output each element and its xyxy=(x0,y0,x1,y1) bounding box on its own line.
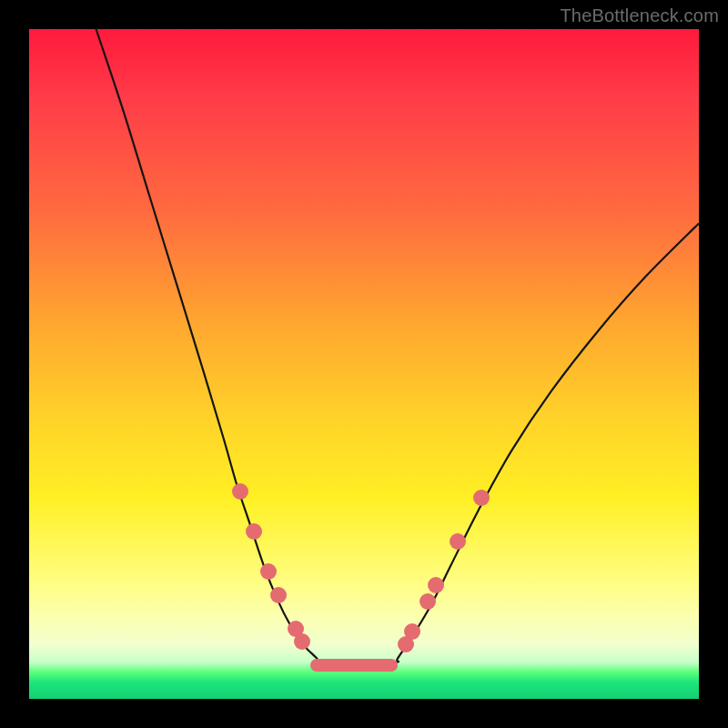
chart-frame: TheBottleneck.com xyxy=(0,0,728,728)
trough-marker-bar xyxy=(310,659,398,672)
watermark-text: TheBottleneck.com xyxy=(560,5,719,26)
curve-marker-dot xyxy=(260,563,277,580)
curve-marker-dot xyxy=(473,490,490,506)
plot-area xyxy=(29,29,699,699)
curve-marker-dot xyxy=(294,633,310,650)
curve-marker-dot xyxy=(404,623,420,640)
bottleneck-curve xyxy=(29,29,699,699)
curve-marker-dot xyxy=(450,533,466,550)
curve-marker-dot xyxy=(232,483,248,500)
curve-marker-dot xyxy=(246,523,262,540)
curve-marker-dot xyxy=(270,587,287,603)
curve-marker-dot xyxy=(428,577,444,593)
curve-marker-dot xyxy=(420,593,436,610)
curve-path xyxy=(96,29,699,665)
